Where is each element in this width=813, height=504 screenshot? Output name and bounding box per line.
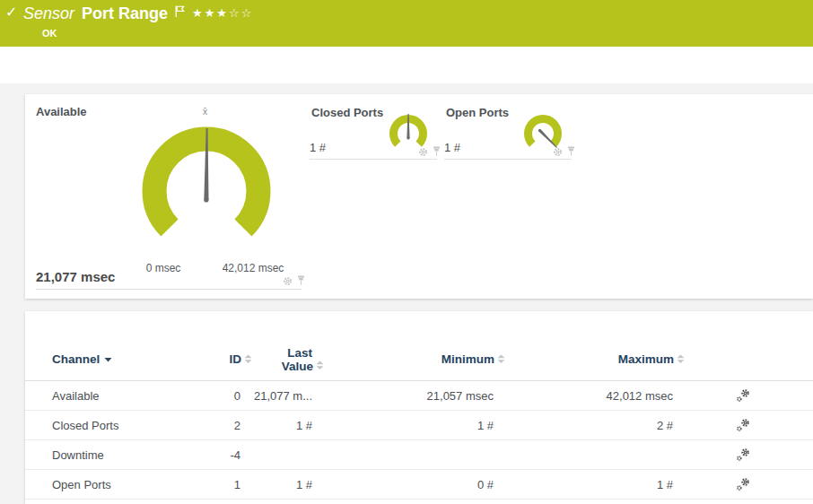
tab-bar: Overview Live Data 2 days 30 days 365 da… [0,47,813,83]
cell-id: -4 [196,440,240,469]
channels-table-panel: Channel ID Last Value [25,311,813,504]
cell-minimum: 21,057 msec [312,381,494,410]
channel-pin-icon[interactable] [432,146,441,157]
cell-minimum: 1 # [312,411,494,439]
cell-id: 2 [196,411,240,439]
channel-gear-icon[interactable] [418,147,428,157]
cell-channel: Available [52,381,196,410]
ok-check-icon: ✓ [5,4,17,21]
column-header-last-value[interactable]: Last Value [240,338,312,380]
cell-maximum: 2 # [494,411,673,439]
cell-last-value [240,440,312,469]
cell-channel: Downtime [52,440,196,469]
open-ports-last-value: 1 # [444,141,460,154]
channel-pin-icon[interactable] [296,275,306,286]
channels-table-header: Channel ID Last Value [25,338,813,381]
channel-pin-icon[interactable] [566,146,576,157]
cell-id: 1 [196,470,240,499]
cell-minimum: 0 # [312,470,494,499]
gauge-title-open-ports: Open Ports [446,106,509,119]
cell-maximum: 42,012 msec [494,381,673,410]
gauge-title-closed-ports: Closed Ports [311,106,383,119]
channel-gear-icon[interactable] [553,147,563,157]
column-header-id[interactable]: ID [196,338,240,380]
cell-minimum [312,440,494,469]
table-row: Downtime -4 [25,440,813,470]
object-kind-label: Sensor [23,4,74,23]
cell-last-value: 1 # [240,470,312,499]
available-last-value: 21,077 msec [36,269,115,284]
chevron-down-icon [104,357,112,362]
cell-channel: Open Ports [52,470,196,499]
table-row: Open Ports 1 1 # 0 # 1 # [25,470,813,500]
available-gauge [135,121,278,257]
priority-stars[interactable]: ★★★☆☆ [192,6,253,20]
cell-last-value: 21,077 m... [240,381,312,410]
column-header-minimum[interactable]: Minimum [312,338,494,380]
table-row: Available 0 21,077 m... 21,057 msec 42,0… [25,381,813,411]
column-header-channel[interactable]: Channel [52,338,196,380]
edit-channel-gears-icon[interactable] [736,448,751,463]
cell-id: 0 [196,381,240,410]
sensor-name: Port Range [82,4,168,23]
cell-channel: Closed Ports [52,411,196,439]
edit-channel-gears-icon[interactable] [736,418,751,433]
table-row: Closed Ports 2 1 # 1 # 2 # [25,411,813,440]
gauges-panel: Available x̄ 0 msec 42,012 msec 21,077 m… [25,94,813,299]
closed-ports-last-value: 1 # [310,141,326,154]
cell-maximum: 1 # [494,470,673,499]
sensor-status-header: ✓ Sensor Port Range ★★★☆☆ OK [0,0,813,47]
column-header-maximum[interactable]: Maximum [494,338,673,380]
cell-last-value: 1 # [240,411,312,439]
channel-gear-icon[interactable] [283,276,293,286]
average-marker: x̄ [203,107,207,117]
cell-maximum [494,440,673,469]
edit-channel-gears-icon[interactable] [736,477,751,492]
edit-channel-gears-icon[interactable] [736,388,751,404]
channels-table-body: Available 0 21,077 m... 21,057 msec 42,0… [25,381,813,500]
gauge-title-available: Available [36,105,87,118]
gauge-scale-min: 0 msec [146,262,181,274]
gauge-scale-max: 42,012 msec [223,262,284,274]
status-badge: OK [42,28,57,39]
flag-icon[interactable] [175,5,185,18]
